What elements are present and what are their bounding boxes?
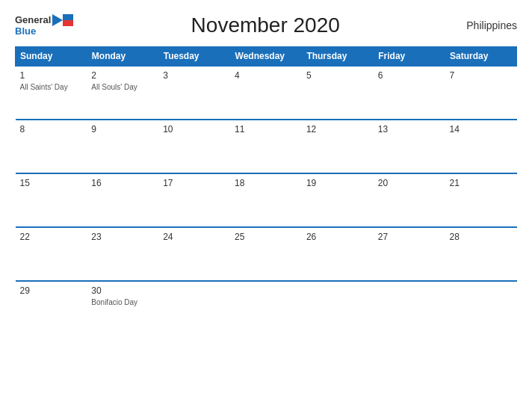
table-row: 17 <box>158 173 230 227</box>
col-sunday: Sunday <box>16 47 87 67</box>
table-row: 6 <box>374 66 445 120</box>
table-row: 13 <box>374 120 445 173</box>
day-number: 28 <box>450 232 513 242</box>
table-row: 7 <box>445 66 517 120</box>
table-row: 9 <box>87 120 158 173</box>
table-row: 28 <box>445 227 517 281</box>
table-row <box>374 281 445 335</box>
table-row: 1All Saints' Day <box>16 66 87 120</box>
calendar-header-row: Sunday Monday Tuesday Wednesday Thursday… <box>16 47 517 67</box>
table-row <box>158 281 230 335</box>
day-number: 19 <box>306 178 369 188</box>
table-row: 29 <box>16 281 87 335</box>
table-row: 30Bonifacio Day <box>87 281 158 335</box>
table-row <box>445 281 517 335</box>
logo-general-text: General <box>15 15 51 25</box>
day-number: 20 <box>378 178 441 188</box>
calendar-week-row: 891011121314 <box>16 120 517 173</box>
day-number: 17 <box>163 178 226 188</box>
day-number: 16 <box>91 178 154 188</box>
holiday-label: All Souls' Day <box>91 82 154 92</box>
holiday-label: Bonifacio Day <box>91 297 154 307</box>
day-number: 4 <box>235 70 297 81</box>
table-row <box>230 281 302 335</box>
table-row: 15 <box>16 173 87 227</box>
country-label: Philippines <box>457 19 517 31</box>
table-row: 14 <box>445 120 517 173</box>
calendar-week-row: 15161718192021 <box>16 173 517 227</box>
day-number: 13 <box>378 124 441 135</box>
day-number: 10 <box>163 124 226 135</box>
day-number: 2 <box>91 70 154 81</box>
day-number: 26 <box>306 232 369 242</box>
table-row: 18 <box>230 173 302 227</box>
day-number: 25 <box>235 232 297 242</box>
table-row: 8 <box>16 120 87 173</box>
calendar-table: Sunday Monday Tuesday Wednesday Thursday… <box>15 46 517 335</box>
day-number: 21 <box>450 178 513 188</box>
col-thursday: Thursday <box>302 47 374 67</box>
table-row: 16 <box>87 173 158 227</box>
table-row: 4 <box>230 66 302 120</box>
svg-rect-1 <box>63 14 73 20</box>
logo-flag-icon <box>52 14 73 26</box>
svg-marker-0 <box>52 14 63 26</box>
table-row: 25 <box>230 227 302 281</box>
table-row: 27 <box>374 227 445 281</box>
col-monday: Monday <box>87 47 158 67</box>
day-number: 5 <box>306 70 369 81</box>
table-row: 22 <box>16 227 87 281</box>
logo: General Blue <box>15 14 73 37</box>
day-number: 22 <box>20 232 83 242</box>
table-row <box>302 281 374 335</box>
col-wednesday: Wednesday <box>230 47 302 67</box>
day-number: 11 <box>235 124 297 135</box>
calendar-container: General Blue November 2020 Philippines S… <box>0 0 532 411</box>
table-row: 21 <box>445 173 517 227</box>
table-row: 20 <box>374 173 445 227</box>
day-number: 18 <box>235 178 297 188</box>
day-number: 24 <box>163 232 226 242</box>
table-row: 5 <box>302 66 374 120</box>
day-number: 29 <box>20 285 83 296</box>
logo-blue-text: Blue <box>15 26 36 37</box>
calendar-body: 1All Saints' Day2All Souls' Day345678910… <box>16 66 517 335</box>
table-row: 26 <box>302 227 374 281</box>
day-number: 14 <box>450 124 513 135</box>
table-row: 12 <box>302 120 374 173</box>
svg-rect-2 <box>63 20 73 26</box>
day-number: 3 <box>163 70 226 81</box>
calendar-week-row: 22232425262728 <box>16 227 517 281</box>
calendar-week-row: 1All Saints' Day2All Souls' Day34567 <box>16 66 517 120</box>
day-number: 15 <box>20 178 83 188</box>
table-row: 19 <box>302 173 374 227</box>
table-row: 23 <box>87 227 158 281</box>
table-row: 24 <box>158 227 230 281</box>
day-number: 8 <box>20 124 83 135</box>
holiday-label: All Saints' Day <box>20 82 83 92</box>
table-row: 2All Souls' Day <box>87 66 158 120</box>
calendar-header: General Blue November 2020 Philippines <box>15 13 517 37</box>
day-number: 27 <box>378 232 441 242</box>
table-row: 3 <box>158 66 230 120</box>
calendar-title: November 2020 <box>73 13 457 37</box>
day-number: 9 <box>91 124 154 135</box>
table-row: 11 <box>230 120 302 173</box>
table-row: 10 <box>158 120 230 173</box>
col-tuesday: Tuesday <box>158 47 230 67</box>
calendar-week-row: 2930Bonifacio Day <box>16 281 517 335</box>
col-saturday: Saturday <box>445 47 517 67</box>
day-number: 12 <box>306 124 369 135</box>
day-number: 1 <box>20 70 83 81</box>
day-number: 23 <box>91 232 154 242</box>
day-number: 30 <box>91 285 154 296</box>
col-friday: Friday <box>374 47 445 67</box>
day-number: 6 <box>378 70 441 81</box>
day-number: 7 <box>450 70 513 81</box>
